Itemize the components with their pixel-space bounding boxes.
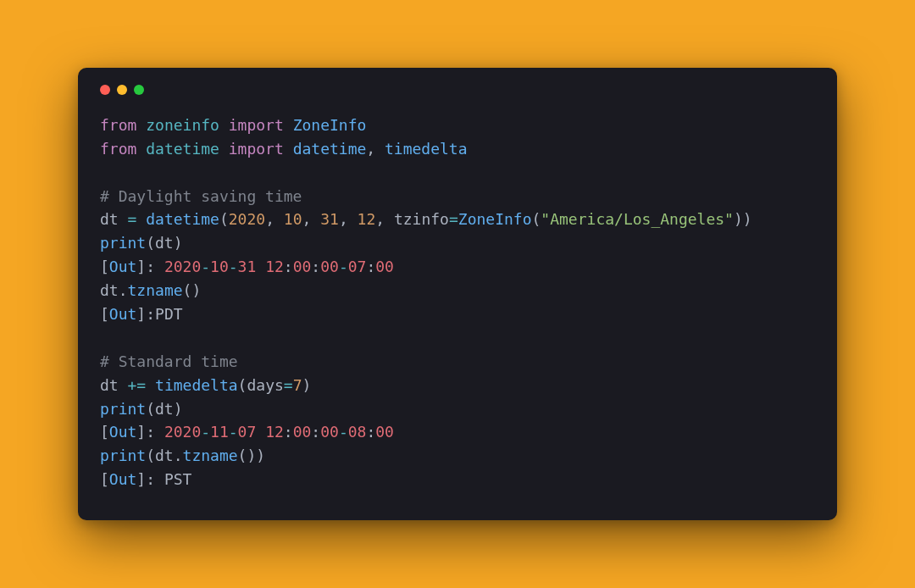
token-id: PDT: [155, 305, 183, 323]
token-numr: 00: [375, 258, 394, 275]
traffic-light-group: [100, 85, 815, 95]
token-out: Out: [109, 423, 137, 441]
token-cls: tzname: [128, 281, 183, 299]
token-p: [: [100, 258, 109, 275]
token-k: import: [229, 116, 284, 134]
token-p: (: [219, 210, 229, 228]
token-mod: zoneinfo: [146, 116, 219, 134]
token-numr: 00: [320, 423, 339, 441]
token-num: 7: [293, 376, 302, 394]
token-dash: -: [201, 258, 210, 275]
code-window: from zoneinfo import ZoneInfofrom dateti…: [78, 68, 837, 520]
token-p: (: [146, 400, 155, 418]
token-p: [: [100, 305, 109, 323]
token-w: [136, 140, 146, 158]
code-line: print(dt): [100, 231, 815, 255]
token-p: ]:: [136, 423, 164, 441]
token-p: ): [174, 400, 183, 418]
token-p: ]:: [136, 258, 164, 275]
token-p: (: [146, 234, 155, 252]
token-p: [: [100, 423, 109, 441]
token-k: import: [229, 140, 284, 158]
token-numr: 08: [348, 423, 367, 441]
token-p: )): [734, 210, 752, 228]
token-cls: datetime: [146, 210, 219, 228]
code-block: from zoneinfo import ZoneInfofrom dateti…: [100, 114, 815, 491]
token-id: dt: [155, 234, 174, 252]
token-num: 2020: [229, 210, 265, 228]
token-id: dt: [100, 376, 119, 394]
token-p: (: [146, 447, 155, 464]
token-w: [219, 116, 229, 134]
token-out: Out: [109, 258, 137, 275]
token-out: Out: [109, 470, 137, 488]
token-p: :: [366, 423, 375, 441]
token-id: dt: [100, 210, 119, 228]
code-line: [Out]:PDT: [100, 302, 815, 326]
token-numr: 07: [348, 258, 367, 275]
token-w: [119, 376, 128, 394]
zoom-icon[interactable]: [134, 85, 144, 95]
token-p: .: [174, 447, 183, 464]
token-id: PST: [164, 470, 192, 488]
token-numr: 07: [238, 423, 257, 441]
token-w: [136, 210, 146, 228]
token-w: [256, 423, 265, 441]
token-numr: 00: [293, 258, 312, 275]
token-numr: 11: [210, 423, 229, 441]
token-num: 12: [358, 210, 376, 228]
token-p: (: [238, 376, 247, 394]
token-p: ]:: [136, 305, 155, 323]
token-cls: ZoneInfo: [293, 116, 367, 134]
token-dash: -: [229, 423, 238, 441]
close-icon[interactable]: [100, 85, 110, 95]
token-cls: print: [100, 447, 146, 464]
code-line: [Out]: 2020-11-07 12:00:00-08:00: [100, 420, 815, 444]
token-p: :: [311, 423, 320, 441]
token-w: [119, 210, 128, 228]
token-num: 31: [320, 210, 339, 228]
token-numr: 10: [210, 258, 229, 275]
token-p: ,: [302, 210, 321, 228]
token-cls: timedelta: [155, 376, 238, 394]
token-op: +=: [128, 376, 147, 394]
token-p: :: [284, 423, 293, 441]
token-p: (: [532, 210, 541, 228]
token-k: from: [100, 116, 136, 134]
code-line: from zoneinfo import ZoneInfo: [100, 114, 815, 137]
token-p: :: [366, 258, 375, 275]
token-com: # Standard time: [100, 352, 238, 370]
token-w: [284, 116, 293, 134]
code-line: dt = datetime(2020, 10, 31, 12, tzinfo=Z…: [100, 208, 815, 231]
code-line: dt += timedelta(days=7): [100, 374, 815, 397]
token-p: ): [174, 234, 183, 252]
token-w: [284, 140, 293, 158]
code-line: [Out]: PST: [100, 468, 815, 491]
token-cls: datetime: [293, 140, 367, 158]
token-p: ,: [366, 140, 385, 158]
token-numr: 00: [375, 423, 394, 441]
token-op: =: [284, 376, 293, 394]
code-line: [100, 326, 815, 350]
token-numr: 2020: [164, 258, 201, 275]
token-str: "America/Los_Angeles": [541, 210, 734, 228]
token-numr: 12: [265, 423, 284, 441]
code-line: [100, 161, 815, 185]
token-p: ,: [265, 210, 284, 228]
code-line: print(dt.tzname()): [100, 444, 815, 468]
token-cls: timedelta: [385, 140, 468, 158]
code-line: [Out]: 2020-10-31 12:00:00-07:00: [100, 255, 815, 279]
token-dash: -: [339, 258, 348, 275]
token-cls: print: [100, 400, 146, 418]
token-dash: -: [229, 258, 238, 275]
token-p: .: [119, 281, 128, 299]
token-mod: datetime: [146, 140, 219, 158]
token-out: Out: [109, 305, 137, 323]
token-id: dt: [155, 447, 174, 464]
code-line: dt.tzname(): [100, 279, 815, 302]
code-line: # Standard time: [100, 350, 815, 374]
token-id: days: [247, 376, 283, 394]
minimize-icon[interactable]: [117, 85, 127, 95]
code-line: print(dt): [100, 397, 815, 421]
code-line: # Daylight saving time: [100, 185, 815, 208]
